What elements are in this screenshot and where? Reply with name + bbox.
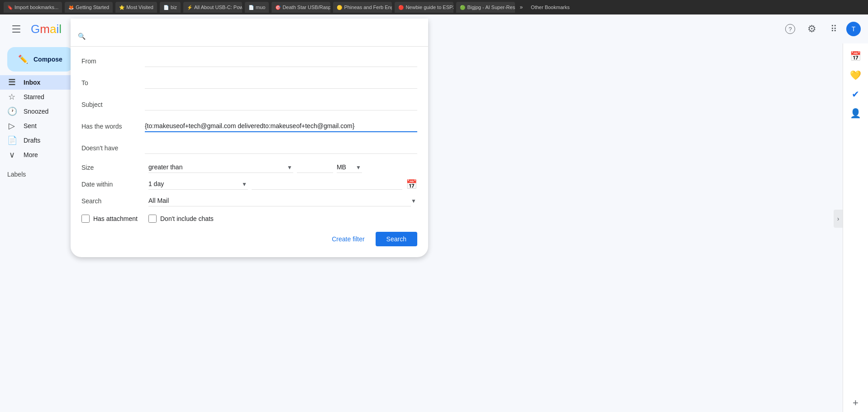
- right-add-icon: +: [853, 397, 858, 409]
- labels-title: Labels: [7, 171, 26, 178]
- subject-field-row: Subject: [71, 94, 428, 115]
- help-button[interactable]: ?: [781, 20, 799, 38]
- tab-death-star[interactable]: 🎯Death Star USB/Raspb...: [272, 2, 330, 13]
- more-chevron-icon: ∨: [7, 150, 16, 160]
- to-label: To: [81, 79, 145, 86]
- settings-button[interactable]: ⚙: [803, 20, 821, 38]
- dont-include-chats-label: Don't include chats: [160, 215, 214, 222]
- subject-label: Subject: [81, 101, 145, 108]
- checkbox-row: Has attachment Don't include chats: [71, 209, 428, 228]
- right-keep-icon: 💛: [850, 70, 861, 81]
- tab-getting-started[interactable]: 🦊Getting Started: [65, 2, 113, 13]
- has-attachment-checkbox-label[interactable]: Has attachment: [81, 215, 138, 223]
- right-add-button[interactable]: +: [847, 394, 865, 412]
- right-contacts-button[interactable]: 👤: [847, 104, 865, 122]
- right-tasks-icon: ✔: [852, 89, 859, 100]
- doesnt-have-field-row: Doesn't have: [71, 137, 428, 159]
- drafts-icon: 📄: [7, 135, 16, 145]
- size-comparator-select-wrap: greater than less than ▼: [148, 162, 293, 173]
- tab-newbie[interactable]: 🔴Newbie guide to ESP3...: [395, 2, 453, 13]
- dont-include-chats-checkbox-label[interactable]: Don't include chats: [148, 215, 214, 223]
- expand-sidebar-button[interactable]: ›: [834, 210, 843, 228]
- size-comparator-select[interactable]: greater than less than: [148, 162, 293, 173]
- more-tabs-button[interactable]: »: [518, 4, 525, 10]
- doesnt-have-input[interactable]: [145, 143, 417, 154]
- date-within-field-row: Date within 1 day 3 days 1 week 2 weeks …: [71, 176, 428, 192]
- subject-input[interactable]: [145, 99, 417, 110]
- other-bookmarks[interactable]: Other Bookmarks: [531, 5, 570, 10]
- search-button[interactable]: Search: [376, 232, 417, 246]
- size-field-row: Size greater than less than ▼ MB KB: [71, 159, 428, 176]
- has-words-label: Has the words: [81, 123, 145, 130]
- search-in-select-wrap: All Mail Inbox Starred Sent Drafts Spam …: [148, 195, 417, 206]
- apps-grid-icon: ⠿: [830, 24, 837, 34]
- tab-import[interactable]: 🔖Import bookmarks...: [4, 2, 62, 13]
- topbar-actions: ? ⚙ ⠿ T: [781, 20, 861, 38]
- search-in-field-row: Search All Mail Inbox Starred Sent Draft…: [71, 192, 428, 209]
- hamburger-icon: [12, 25, 20, 33]
- compose-pencil-icon: ✏️: [18, 54, 28, 64]
- date-field-wrap: 📅: [252, 178, 417, 190]
- search-in-label: Search: [81, 197, 145, 205]
- date-input[interactable]: [252, 178, 402, 190]
- right-keep-button[interactable]: 💛: [847, 66, 865, 84]
- topbar: Gmail 🔍 🔍 From To: [0, 14, 868, 43]
- right-contacts-icon: 👤: [850, 108, 861, 119]
- has-attachment-checkbox[interactable]: [81, 215, 90, 223]
- calendar-icon[interactable]: 📅: [406, 179, 417, 190]
- tab-bigjpg[interactable]: 🟢Bigjpg - AI Super-Res...: [456, 2, 515, 13]
- right-tasks-button[interactable]: ✔: [847, 85, 865, 103]
- dont-include-chats-checkbox[interactable]: [148, 215, 157, 223]
- compose-label: Compose: [33, 56, 62, 63]
- sent-icon: ▷: [7, 121, 16, 131]
- tab-usbc[interactable]: ⚡All About USB-C: Pow...: [183, 2, 242, 13]
- snoozed-icon: 🕐: [7, 106, 16, 116]
- tab-muo[interactable]: 📄muo: [245, 2, 269, 13]
- right-sidebar: 📅 💛 ✔ 👤 +: [843, 43, 868, 412]
- gmail-m-icon: Gmail: [31, 22, 62, 36]
- size-unit-select-wrap: MB KB Bytes ▼: [337, 162, 362, 173]
- gmail-logo: Gmail: [31, 22, 62, 36]
- size-label: Size: [81, 164, 145, 171]
- size-unit-select[interactable]: MB KB Bytes: [337, 162, 362, 173]
- search-dropdown-header: 🔍: [71, 26, 428, 47]
- search-in-arrow-icon: ▼: [411, 198, 416, 204]
- search-actions-row: Create filter Search: [71, 228, 428, 246]
- compose-button[interactable]: ✏️ Compose: [7, 47, 73, 72]
- search-dropdown: 🔍 From To Subject: [71, 19, 428, 257]
- help-icon: ?: [785, 24, 795, 34]
- tab-most-visited[interactable]: ⭐Most Visited: [115, 2, 157, 13]
- from-input[interactable]: [145, 56, 417, 67]
- has-words-field-row: Has the words: [71, 115, 428, 137]
- date-within-select-wrap: 1 day 3 days 1 week 2 weeks 1 month 2 mo…: [148, 178, 248, 190]
- has-words-input[interactable]: [145, 120, 417, 132]
- has-attachment-label: Has attachment: [93, 215, 138, 222]
- create-filter-button[interactable]: Create filter: [324, 232, 372, 246]
- tab-phineas[interactable]: 🟡Phineas and Ferb Engl...: [333, 2, 392, 13]
- search-in-select[interactable]: All Mail Inbox Starred Sent Drafts Spam …: [148, 195, 411, 206]
- date-within-label: Date within: [81, 181, 145, 188]
- menu-button[interactable]: [7, 20, 25, 38]
- size-number-input[interactable]: [297, 162, 333, 173]
- from-label: From: [81, 57, 145, 65]
- doesnt-have-label: Doesn't have: [81, 144, 145, 152]
- browser-bar: 🔖Import bookmarks... 🦊Getting Started ⭐M…: [0, 0, 868, 14]
- settings-icon: ⚙: [807, 23, 816, 35]
- apps-button[interactable]: ⠿: [825, 20, 843, 38]
- right-calendar-button[interactable]: 📅: [847, 47, 865, 65]
- to-input[interactable]: [145, 77, 417, 89]
- right-calendar-icon: 📅: [850, 51, 861, 62]
- starred-icon: ☆: [7, 92, 16, 102]
- from-field-row: From: [71, 50, 428, 72]
- search-dropdown-icon: 🔍: [78, 33, 86, 40]
- search-container: 🔍 🔍 From To: [71, 19, 396, 39]
- avatar[interactable]: T: [846, 22, 861, 36]
- date-within-select[interactable]: 1 day 3 days 1 week 2 weeks 1 month 2 mo…: [148, 178, 248, 190]
- to-field-row: To: [71, 72, 428, 94]
- tab-biz[interactable]: 📄biz: [160, 2, 181, 13]
- inbox-icon: ☰: [7, 77, 16, 87]
